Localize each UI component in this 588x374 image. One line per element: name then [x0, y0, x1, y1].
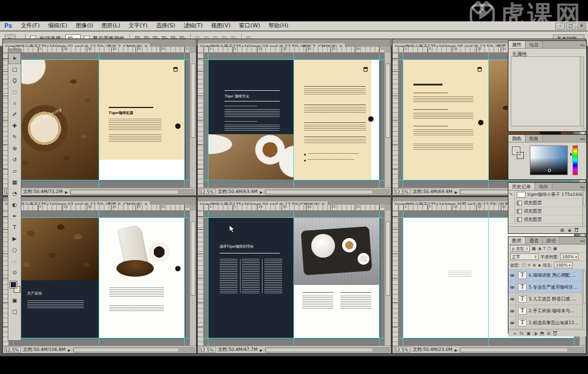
menu-item[interactable]: 视图(V) [207, 22, 235, 30]
status-arrow-icon[interactable]: ▶ [454, 190, 457, 194]
dodge-tool[interactable]: ◐ [8, 199, 21, 211]
history-brush-tool[interactable]: ↺ [8, 154, 21, 166]
layer-filter-icon[interactable]: T [543, 246, 545, 251]
menu-item[interactable]: 文字(Y) [124, 22, 151, 30]
lasso-tool[interactable]: Ϙ [8, 75, 21, 87]
scrollbar-vertical[interactable] [189, 53, 196, 188]
scrollbar-vertical[interactable] [580, 57, 583, 126]
status-arrow-icon[interactable]: ▶ [260, 190, 263, 194]
type-tool[interactable]: T [8, 222, 21, 233]
clone-stamp-tool[interactable]: ⊕ [8, 143, 21, 154]
quick-mask-tool[interactable]: ▣ [8, 295, 21, 306]
menu-item[interactable]: 图像(I) [71, 22, 97, 30]
layer-filter-dropdown[interactable]: ρ 类型 ⇕ [510, 245, 530, 252]
quick-selection-tool[interactable]: ◌ [8, 87, 21, 98]
tab-channels[interactable]: 通道 [526, 237, 543, 244]
text-layer-thumbnail[interactable]: T [518, 319, 527, 327]
hue-slider[interactable] [573, 145, 578, 175]
close-button[interactable]: ✕ [577, 23, 586, 30]
layers-footer-icon[interactable]: ⊞ [547, 331, 551, 336]
pen-tool[interactable]: ✒ [8, 211, 21, 222]
tab-actions[interactable]: 动作 [535, 183, 552, 190]
status-arrow-icon[interactable]: ▶ [260, 348, 263, 352]
canvas-03[interactable]: Tiger 咖啡文化 [204, 53, 384, 188]
healing-brush-tool[interactable]: ✚ [8, 121, 21, 132]
scrollbar-horizontal[interactable] [73, 347, 195, 353]
screen-mode-tool[interactable]: ▢ [8, 306, 21, 318]
zoom-level[interactable]: 12.5% [4, 347, 21, 353]
eye-icon[interactable] [508, 293, 516, 305]
menu-item[interactable]: 文件(F) [17, 22, 44, 30]
status-arrow-icon[interactable]: ▶ [68, 348, 71, 352]
history-step-row[interactable]: 填充图层 [508, 199, 586, 207]
eraser-tool[interactable]: ▱ [8, 166, 21, 177]
lock-icon[interactable]: ✛ [527, 263, 531, 268]
brush-tool[interactable]: ✎ [8, 132, 21, 143]
menu-item[interactable]: 选择(S) [152, 22, 179, 30]
menu-item[interactable]: 图层(L) [97, 22, 125, 30]
scrollbar-horizontal[interactable] [70, 189, 195, 195]
color-cursor[interactable] [548, 169, 551, 172]
shape-tool[interactable]: ○ [8, 245, 21, 256]
canvas-01[interactable]: Good Morning Tiger咖啡起源 [9, 53, 189, 188]
layer-row[interactable]: T2.手工采摘 咖啡末与… [508, 305, 586, 317]
scrollbar-vertical[interactable] [384, 53, 391, 188]
path-selection-tool[interactable]: ▶ [8, 233, 21, 245]
layers-footer-icon[interactable]: ∞ [513, 331, 517, 336]
foreground-color-swatch[interactable] [513, 147, 520, 154]
scrollbar-vertical[interactable] [582, 191, 586, 226]
opacity-dropdown[interactable]: 100% ▾ [560, 253, 578, 260]
history-source-icon[interactable]: ✎ [508, 191, 515, 198]
history-step-row[interactable]: 填充图层 [508, 207, 586, 215]
scrollbar-vertical[interactable] [582, 270, 586, 329]
tab-swatches[interactable]: 色板 [526, 135, 543, 142]
history-footer-icon[interactable]: ◉ [568, 228, 571, 233]
text-layer-thumbnail[interactable]: T [518, 295, 527, 303]
zoom-level[interactable]: 12.5% [394, 347, 410, 353]
trash-icon[interactable] [575, 229, 578, 232]
text-layer-thumbnail[interactable]: T [518, 271, 527, 279]
menu-item[interactable]: 窗口(W) [235, 22, 264, 30]
gradient-tool[interactable]: ▦ [8, 177, 21, 188]
history-footer-icon[interactable]: ▤ [560, 228, 564, 233]
layer-filter-icon[interactable]: □ [548, 246, 552, 251]
panel-menu-icon[interactable]: ▾≡ [580, 43, 585, 47]
eye-icon[interactable] [508, 281, 516, 293]
eyedropper-tool[interactable]: ✐ [8, 109, 21, 121]
layers-footer-icon[interactable]: fx [520, 331, 524, 336]
status-arrow-icon[interactable]: ▶ [65, 190, 68, 194]
lock-icon[interactable]: ⊕ [533, 263, 536, 268]
layers-footer-icon[interactable]: ⬒ [540, 331, 544, 336]
layer-filter-icon[interactable]: ▣ [553, 246, 557, 251]
resize-grip[interactable] [581, 126, 586, 131]
layer-row[interactable]: T5.专业生产速溶咖啡技… [508, 281, 586, 293]
tab-history[interactable]: 历史记录 [508, 183, 535, 190]
status-arrow-icon[interactable]: ▶ [454, 348, 457, 352]
menu-item[interactable]: 滤镜(T) [179, 22, 207, 30]
tab-properties[interactable]: 属性 [508, 41, 526, 48]
tab-layers[interactable]: 图层 [508, 237, 526, 244]
lock-icon[interactable]: □ [521, 263, 526, 268]
marquee-tool[interactable]: □ [8, 64, 21, 75]
blur-tool[interactable]: ◔ [8, 188, 21, 199]
eye-icon[interactable] [508, 305, 516, 316]
text-layer-thumbnail[interactable]: T [518, 307, 527, 315]
zoom-level[interactable]: 12.5% [394, 189, 410, 195]
tab-paths[interactable]: 路径 [543, 237, 560, 244]
saturation-field[interactable] [530, 145, 568, 175]
hand-tool[interactable]: ☞ [8, 256, 21, 267]
menu-item[interactable]: 帮助(H) [264, 22, 293, 30]
fill-dropdown[interactable]: 100% ▾ [554, 262, 573, 268]
blend-mode-dropdown[interactable]: 正常 ⇕ [510, 253, 539, 260]
foreground-color-swatch[interactable] [10, 281, 17, 288]
zoom-level[interactable]: 12.5% [199, 189, 216, 195]
scrollbar-vertical[interactable] [384, 211, 391, 346]
panel-menu-icon[interactable]: ▾≡ [580, 239, 585, 243]
move-tool[interactable]: ➤ [8, 53, 21, 64]
layers-footer-icon[interactable]: ▣ [526, 331, 530, 336]
layer-filter-icon[interactable]: ◑ [538, 246, 541, 251]
tab-color[interactable]: 颜色 [508, 135, 526, 142]
history-step-row[interactable]: 填充图层 [508, 215, 586, 224]
layer-row[interactable]: T [508, 329, 586, 329]
history-snapshot-row[interactable]: ✎tiger咖啡小册子 175x160mm... [508, 191, 586, 199]
